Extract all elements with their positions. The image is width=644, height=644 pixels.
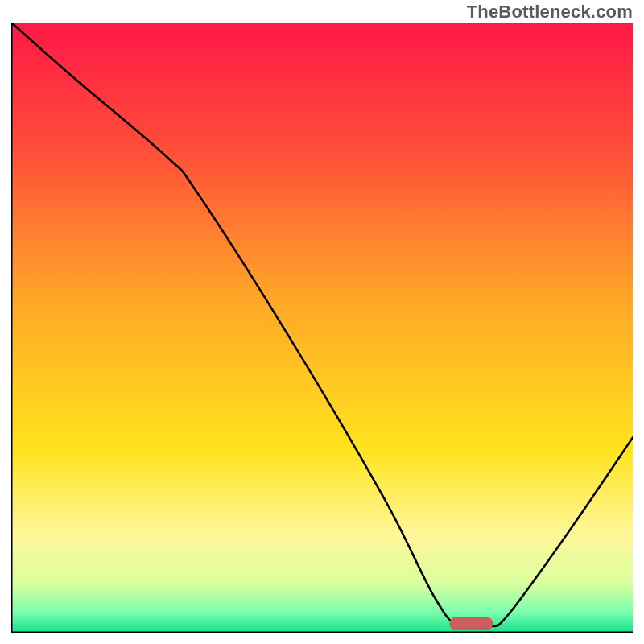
- plot-area: [11, 23, 633, 633]
- chart-svg: [11, 23, 633, 633]
- watermark-text: TheBottleneck.com: [467, 2, 633, 23]
- chart-page: TheBottleneck.com: [0, 0, 644, 644]
- optimal-marker: [449, 617, 493, 630]
- gradient-background: [11, 23, 633, 633]
